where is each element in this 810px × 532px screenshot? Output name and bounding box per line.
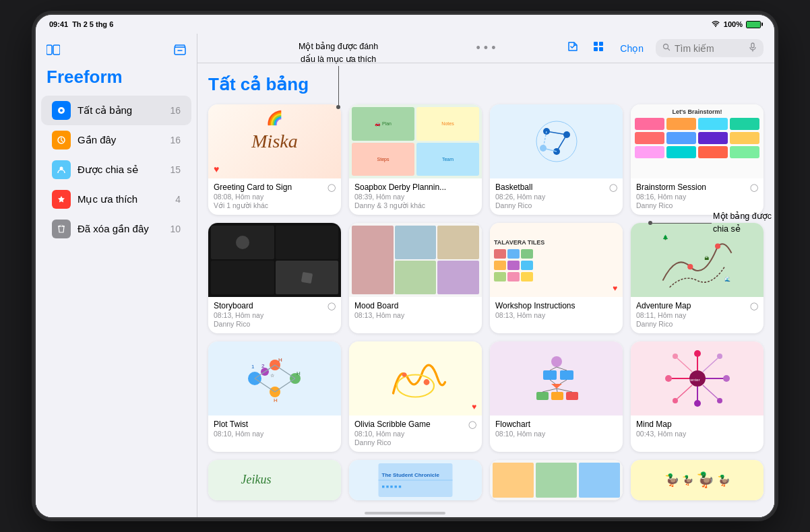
svg-text:🏔: 🏔 [704,256,709,261]
main-content: • • • Chọn [197,34,774,517]
board-card-partial4[interactable]: 🦆 🦆 🦆 🦆 [631,460,764,500]
sidebar-label-favorites: Mục ưa thích [77,193,168,205]
sidebar-label-shared: Được chia sẻ [77,164,163,176]
sidebar-item-favorites[interactable]: Mục ưa thích 4 [41,185,191,214]
board-name-moodboard: Mood Board [354,301,476,310]
board-time-olivia: 08:10, Hôm nay [354,430,476,438]
svg-point-11 [664,44,668,49]
svg-point-13 [536,121,577,162]
thumb-greeting: Miska 🌈 ♥ [208,104,341,178]
thumb-flowchart [490,341,623,415]
search-icon [662,43,671,53]
board-card-olivia[interactable]: ♥ Olivia Scribble Game ◯ 08:10, Hôm nay … [349,341,482,452]
board-name-storyboard: Storyboard [214,301,325,310]
sidebar-item-recent[interactable]: Gần đây 16 [41,125,191,155]
archive-icon[interactable] [174,44,186,59]
svg-rect-7 [594,42,598,46]
sidebar-count-deleted: 10 [170,224,181,234]
sidebar-toggle-icon[interactable] [46,44,60,59]
svg-line-35 [275,378,295,392]
sidebar: Freeform Tất cả bảng 16 Gần đây 16 [36,34,197,517]
thumb-storyboard [208,223,341,297]
board-card-mindmap[interactable]: center Mind Map 00:43, Hôm nay [631,341,764,452]
board-info-moodboard: Mood Board 08:13, Hôm nay [349,297,482,325]
svg-rect-54 [566,392,578,400]
svg-point-71 [694,350,701,357]
sidebar-item-all[interactable]: Tất cả bảng 16 [41,96,191,125]
board-time-brainstorm: 08:16, Hôm nay [636,193,758,201]
svg-line-61 [557,389,572,392]
board-card-partial2[interactable]: The Student Chronicle ■ ■ ■ ■ ■ [349,460,482,500]
board-card-workshop[interactable]: TALAVERA TILES [490,223,623,333]
search-input[interactable] [675,43,745,54]
board-card-partial1[interactable]: Jeikus [208,460,341,500]
miska-text: Miska [251,131,297,152]
board-name-row-moodboard: Mood Board [354,301,476,310]
sidebar-count-favorites: 4 [175,194,181,205]
share-icon-basketball: ◯ [609,183,617,192]
sidebar-item-shared[interactable]: Được chia sẻ 15 [41,155,191,185]
thumb-plottwist: 1 H H H 2 ☆ [208,341,341,415]
svg-rect-49 [543,370,557,380]
search-box[interactable] [656,39,764,57]
board-meta-soapbox: Danny & 3 người khác [354,201,476,209]
svg-line-59 [542,389,557,392]
board-name-row-storyboard: Storyboard ◯ [214,301,336,310]
svg-line-34 [275,365,295,378]
svg-text:H: H [274,397,278,403]
ipad-frame: 09:41 Th 2 5 thg 6 100% [34,13,776,519]
boards-area: Tất cả bảng Miska 🌈 ♥ Greeting Card to S… [197,63,774,517]
sidebar-item-deleted[interactable]: Đã xóa gần đây 10 [41,214,191,244]
board-name-workshop: Workshop Instructions [495,301,617,310]
svg-text:🌊: 🌊 [724,276,730,282]
board-card-basketball[interactable]: Basketball ◯ 08:26, Hôm nay Danny Rico [490,104,623,215]
thumb-partial3 [490,460,623,500]
sidebar-icon-recent [52,131,71,149]
svg-point-24 [715,244,720,249]
status-date: Th 2 5 thg 6 [72,20,113,28]
board-time-flowchart: 08:10, Hôm nay [495,430,617,438]
board-card-storyboard[interactable]: Storyboard ◯ 08:13, Hôm nay Danny Rico [208,223,341,333]
svg-point-48 [551,356,562,367]
board-name-row-mindmap: Mind Map [636,420,758,429]
sidebar-label-recent: Gần đây [77,134,163,146]
board-card-greeting[interactable]: Miska 🌈 ♥ Greeting Card to Sign ◯ 08:08,… [208,104,341,215]
board-card-partial3[interactable] [490,460,623,500]
svg-rect-12 [751,43,754,48]
new-board-button[interactable] [563,37,582,59]
mic-icon[interactable] [749,42,757,54]
svg-text:■ ■ ■ ■ ■: ■ ■ ■ ■ ■ [382,484,402,489]
sidebar-icon-deleted [52,220,71,238]
svg-text:The Student Chronicle: The Student Chronicle [382,472,440,478]
svg-point-46 [402,372,407,377]
select-button[interactable]: Chọn [615,40,649,57]
svg-line-55 [550,367,557,370]
sidebar-count-recent: 16 [170,135,181,145]
board-card-flowchart[interactable]: Flowchart 08:10, Hôm nay [490,341,623,452]
svg-line-70 [703,385,718,399]
board-card-adventure[interactable]: 🌲 🏔 🌊 Adventure Map ◯ 08:11, Hôm nay [631,223,764,333]
board-time-adventure: 08:11, Hôm nay [636,311,758,319]
board-card-soapbox[interactable]: 🚗 Plan Notes Steps Team Soapbox Derby Pl… [349,104,482,215]
share-icon-greeting: ◯ [328,183,336,192]
board-time-greeting: 08:08, Hôm nay [214,193,336,201]
svg-rect-50 [560,370,573,380]
boards-grid: Miska 🌈 ♥ Greeting Card to Sign ◯ 08:08,… [208,104,764,511]
svg-point-75 [673,354,678,359]
board-time-plottwist: 08:10, Hôm nay [214,430,336,438]
app-container: Freeform Tất cả bảng 16 Gần đây 16 [36,34,774,517]
board-meta-brainstorm: Danny Rico [636,201,758,209]
board-name-brainstorm: Brainstorm Session [636,182,747,192]
svg-point-47 [424,379,430,385]
svg-line-69 [677,385,692,399]
svg-text:🌲: 🌲 [663,234,669,240]
board-time-mindmap: 00:43, Hôm nay [636,430,758,438]
board-card-plottwist[interactable]: 1 H H H 2 ☆ Plot Twist [208,341,341,452]
grid-view-button[interactable] [589,37,608,59]
board-card-brainstorm[interactable]: Let's Brainstorm! [631,104,764,215]
svg-point-74 [723,375,730,382]
favorite-heart-greeting: ♥ [214,164,219,174]
board-info-workshop: Workshop Instructions 08:13, Hôm nay [490,297,623,325]
board-card-moodboard[interactable]: Mood Board 08:13, Hôm nay [349,223,482,333]
toolbar: • • • Chọn [197,34,774,63]
